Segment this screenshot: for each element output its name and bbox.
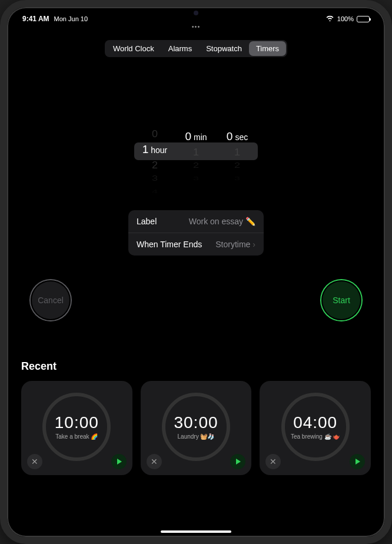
tab-alarms[interactable]: Alarms bbox=[161, 41, 199, 56]
tab-segmented-control: World Clock Alarms Stopwatch Timers bbox=[105, 40, 287, 57]
wifi-icon bbox=[325, 15, 334, 23]
battery-percent: 100% bbox=[337, 15, 354, 22]
timer-label-row[interactable]: Label Work on essay ✏️ bbox=[128, 210, 264, 233]
timer-time: 30:00 bbox=[174, 413, 218, 432]
ipad-frame: ••• 9:41 AM Mon Jun 10 100% World Clock … bbox=[0, 0, 392, 544]
end-key: When Timer Ends bbox=[137, 240, 202, 249]
picker-hours-column[interactable]: 0 1hour 2 3 4 bbox=[134, 128, 175, 193]
timer-dial: 10:00 Take a break 🌈 bbox=[42, 393, 111, 461]
start-button[interactable]: Start bbox=[321, 280, 361, 320]
recent-section: Recent 10:00 Take a break 🌈 ✕ 30:00 Laun… bbox=[7, 360, 385, 475]
timer-settings-list: Label Work on essay ✏️ When Timer Ends S… bbox=[128, 210, 264, 256]
status-date: Mon Jun 10 bbox=[54, 15, 88, 22]
picker-seconds-column[interactable]: 0sec 1 2 3 bbox=[217, 128, 258, 193]
recent-timer-card[interactable]: 10:00 Take a break 🌈 ✕ bbox=[21, 381, 132, 475]
close-icon: ✕ bbox=[151, 457, 158, 466]
play-icon bbox=[117, 459, 122, 465]
play-icon bbox=[356, 459, 360, 465]
recent-timer-card[interactable]: 30:00 Laundry 🧺🧦 ✕ bbox=[141, 381, 252, 475]
tab-timers[interactable]: Timers bbox=[249, 41, 286, 56]
play-timer-button[interactable] bbox=[111, 454, 127, 469]
multitask-dots[interactable]: ••• bbox=[192, 23, 201, 30]
timer-dial: 04:00 Tea brewing ☕️ 🫖 bbox=[281, 393, 350, 461]
play-icon bbox=[236, 459, 241, 465]
play-timer-button[interactable] bbox=[350, 454, 365, 469]
camera-dot bbox=[194, 11, 198, 15]
timer-dial: 30:00 Laundry 🧺🧦 bbox=[162, 393, 230, 461]
tab-stopwatch[interactable]: Stopwatch bbox=[199, 41, 249, 56]
close-icon: ✕ bbox=[31, 457, 38, 466]
status-time: 9:41 AM bbox=[22, 15, 49, 23]
timer-label: Take a break 🌈 bbox=[52, 433, 101, 440]
close-icon: ✕ bbox=[270, 457, 277, 466]
home-indicator[interactable] bbox=[161, 530, 231, 533]
timer-label: Laundry 🧺🧦 bbox=[174, 433, 218, 440]
delete-timer-button[interactable]: ✕ bbox=[265, 454, 281, 469]
picker-minutes-column[interactable]: 0min 1 2 3 bbox=[175, 128, 217, 193]
time-picker[interactable]: 0 1hour 2 3 4 0min 1 2 3 0sec 1 2 3 bbox=[134, 128, 258, 193]
recent-timer-card[interactable]: 04:00 Tea brewing ☕️ 🫖 ✕ bbox=[260, 381, 371, 475]
label-key: Label bbox=[137, 217, 157, 226]
chevron-right-icon: › bbox=[253, 240, 255, 249]
timer-time: 10:00 bbox=[55, 413, 99, 432]
timer-end-sound-row[interactable]: When Timer Ends Storytime › bbox=[128, 233, 264, 256]
control-buttons: Cancel Start bbox=[7, 280, 385, 320]
label-value: Work on essay ✏️ bbox=[189, 217, 255, 226]
timer-time: 04:00 bbox=[293, 413, 337, 432]
recent-heading: Recent bbox=[21, 360, 371, 373]
battery-icon bbox=[357, 16, 370, 22]
cancel-button[interactable]: Cancel bbox=[31, 280, 71, 320]
delete-timer-button[interactable]: ✕ bbox=[147, 454, 162, 469]
timer-label: Tea brewing ☕️ 🫖 bbox=[287, 433, 343, 440]
play-timer-button[interactable] bbox=[230, 454, 245, 469]
tab-world-clock[interactable]: World Clock bbox=[106, 41, 161, 56]
delete-timer-button[interactable]: ✕ bbox=[27, 454, 42, 469]
end-value: Storytime bbox=[215, 240, 250, 249]
